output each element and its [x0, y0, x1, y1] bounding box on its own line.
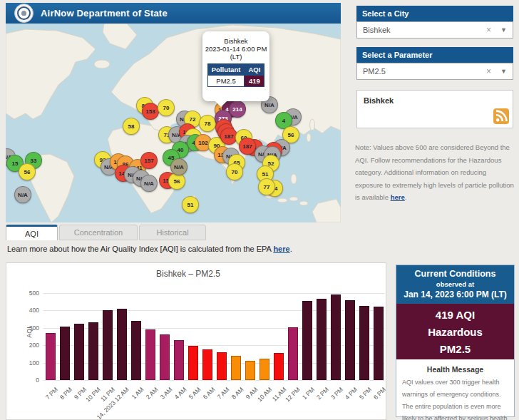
- epa-learn-more-link[interactable]: here: [273, 245, 289, 253]
- chart-bar[interactable]: [117, 309, 127, 380]
- chart-canvas: 01002003004005007 PM8 PM9 PM10 PM11 PMJa…: [6, 263, 386, 419]
- cc-aqi-value: 419 AQI: [396, 309, 514, 321]
- chart-x-tick-label: 10 AM: [256, 386, 273, 403]
- health-message-text: AQI values over 300 trigger health warni…: [402, 377, 508, 420]
- parameter-select[interactable]: PM2.5 × ▼: [356, 63, 513, 80]
- map-marker[interactable]: N/A: [140, 175, 158, 192]
- chart-bar[interactable]: [245, 361, 255, 380]
- chart-x-tick-label: 4 AM: [173, 386, 187, 401]
- chart-bar[interactable]: [60, 327, 70, 380]
- city-caret-icon[interactable]: ▼: [500, 22, 507, 38]
- popup-pollutant-value: PM2.5: [207, 76, 245, 87]
- parameter-clear-icon[interactable]: ×: [486, 63, 491, 79]
- map-marker[interactable]: 78: [199, 115, 216, 132]
- popup-aqi-value: 419: [245, 76, 264, 87]
- health-message-header: Health Message: [402, 365, 508, 374]
- chart-x-tick-label: 4 PM: [344, 386, 359, 401]
- chart-bar[interactable]: [274, 353, 284, 380]
- learn-more-text: Learn more about how the Air Quality Ind…: [7, 245, 292, 253]
- chart-bar[interactable]: [174, 340, 184, 380]
- chart-x-tick-label: 3 PM: [329, 386, 344, 401]
- app-title: AirNow Department of State: [41, 8, 168, 19]
- chart-x-tick-label: 1 PM: [301, 386, 316, 401]
- chart-bar[interactable]: [260, 359, 269, 380]
- map-marker[interactable]: 157: [140, 152, 158, 169]
- map-marker[interactable]: N/A: [170, 158, 187, 175]
- current-conditions-panel: Current Conditions observed at Jan 14, 2…: [396, 265, 515, 417]
- map-marker-layer: N/A153356N/A92N/A12486141141N/A157N/AN/A…: [6, 24, 341, 222]
- chart-y-tick-label: 200: [11, 342, 39, 349]
- chart-x-tick-label: 6 AM: [201, 386, 216, 401]
- map-marker[interactable]: 70: [158, 99, 175, 116]
- world-map[interactable]: N/A153356N/A92N/A12486141141N/A157N/AN/A…: [6, 24, 341, 222]
- chart-y-tick-label: 100: [11, 359, 39, 367]
- rss-icon[interactable]: [493, 108, 509, 124]
- city-clear-icon[interactable]: ×: [486, 22, 491, 38]
- chart-gridline: [43, 380, 384, 381]
- current-conditions-header: Current Conditions observed at Jan 14, 2…: [396, 265, 514, 304]
- chart-y-tick-label: 500: [11, 290, 39, 297]
- cc-health-section: Health Message AQI values over 300 trigg…: [396, 359, 514, 420]
- cc-category: Hazardous: [396, 326, 514, 338]
- chart-bar[interactable]: [145, 329, 155, 380]
- cc-pollutant: PM2.5: [396, 343, 514, 355]
- map-marker[interactable]: 51: [182, 196, 199, 213]
- cc-aqi-block: 419 AQI Hazardous PM2.5: [396, 304, 514, 359]
- department-of-state-seal-icon: [14, 4, 34, 23]
- tab-concentration[interactable]: Concentration: [59, 225, 138, 240]
- map-marker[interactable]: 70: [226, 163, 243, 180]
- chart-bar[interactable]: [331, 294, 341, 380]
- chart-x-tick-label: 7 PM: [44, 386, 59, 401]
- chart-bar[interactable]: [288, 327, 298, 380]
- chart-bar[interactable]: [160, 334, 170, 380]
- tab-aqi[interactable]: AQI: [6, 225, 58, 240]
- chart-x-tick-label: 5 PM: [358, 386, 373, 401]
- chart-bar[interactable]: [74, 324, 84, 380]
- cc-observed-at: observed at: [398, 280, 513, 288]
- chart-bar[interactable]: [202, 349, 212, 380]
- chart-x-tick-label: 11 AM: [270, 386, 287, 403]
- chart-x-tick-label: 8 PM: [58, 386, 73, 401]
- chart-bar[interactable]: [188, 346, 198, 380]
- chart-y-tick-label: 300: [11, 324, 39, 332]
- cc-datetime: Jan 14, 2023 6:00 PM (LT): [398, 290, 513, 299]
- app-header: AirNow Department of State: [6, 3, 341, 25]
- city-select[interactable]: Bishkek × ▼: [356, 21, 513, 39]
- select-city-header: Select a City: [356, 6, 513, 21]
- chart-y-tick-label: 400: [11, 307, 39, 314]
- tab-historical[interactable]: Historical: [139, 225, 206, 240]
- chart-bar[interactable]: [231, 356, 241, 380]
- map-popup: Bishkek 2023-01-14 6:00 PM (LT) Pollutan…: [202, 31, 269, 101]
- chart-x-tick-label: 2 AM: [144, 386, 159, 401]
- chart-bar[interactable]: [317, 299, 327, 380]
- chart-x-tick-label: 3 AM: [158, 386, 173, 401]
- map-marker[interactable]: 187: [239, 138, 256, 155]
- note-here-link[interactable]: here: [391, 193, 405, 201]
- map-marker[interactable]: 153: [142, 103, 159, 120]
- map-marker[interactable]: N/A: [14, 186, 31, 203]
- chart-bar[interactable]: [131, 321, 141, 380]
- parameter-caret-icon[interactable]: ▼: [500, 63, 507, 79]
- chart-x-tick-label: 6 PM: [372, 386, 386, 401]
- chart-bar[interactable]: [46, 333, 56, 380]
- chart-bar[interactable]: [88, 322, 98, 380]
- chart-x-tick-label: 8 AM: [230, 386, 245, 401]
- map-marker[interactable]: 77: [258, 178, 275, 195]
- chart-x-tick-label: 10 PM: [85, 386, 102, 403]
- map-marker[interactable]: 214: [229, 101, 246, 118]
- beyond-aqi-note: Note: Values above 500 are considered Be…: [355, 141, 515, 204]
- chart-bar[interactable]: [217, 352, 227, 380]
- map-marker[interactable]: 56: [19, 163, 36, 180]
- popup-lt: (LT): [202, 53, 269, 61]
- chart-bar[interactable]: [302, 301, 312, 380]
- chart-gridline: [43, 293, 384, 294]
- chart-bar[interactable]: [359, 306, 369, 380]
- feed-city-title: Bishkek: [364, 96, 394, 105]
- chart-x-tick-label: 1 AM: [130, 386, 145, 401]
- chart-y-tick-label: 0: [11, 377, 39, 384]
- chart-bar[interactable]: [345, 300, 355, 380]
- chart-bar[interactable]: [374, 307, 384, 380]
- select-parameter-header: Select a Parameter: [356, 47, 513, 63]
- chart-bar[interactable]: [103, 310, 113, 380]
- map-marker[interactable]: 58: [123, 118, 140, 135]
